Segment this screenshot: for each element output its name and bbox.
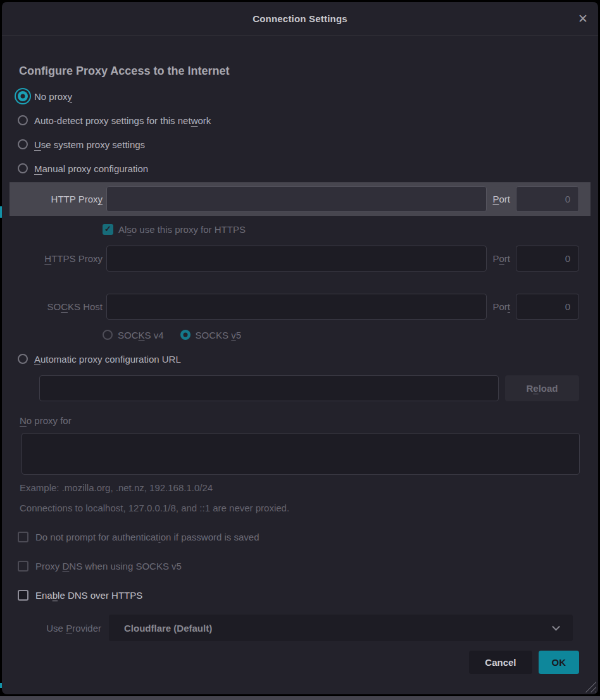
radio-auto-detect[interactable]: Auto-detect proxy settings for this netw… [18,108,579,132]
https-proxy-row: HTTPS Proxy Port [18,246,579,272]
chevron-down-icon [552,623,560,631]
http-proxy-label: HTTP Proxy [18,194,103,204]
no-proxy-note-text: Connections to localhost, 127.0.0.1/8, a… [20,503,579,513]
no-proxy-for-textarea[interactable] [22,433,580,475]
dialog-footer: Cancel OK [18,651,579,674]
socks-version-radiogroup: SOCKS v4 SOCKS v5 [103,328,579,342]
checkbox-icon [18,561,28,572]
dialog-titlebar: Connection Settings ✕ [2,2,598,35]
http-port-label: Port [492,194,510,204]
provider-dropdown[interactable]: Cloudflare (Default) [109,615,573,641]
provider-dropdown-value: Cloudflare (Default) [124,623,212,634]
https-proxy-label: HTTPS Proxy [18,253,103,264]
doh-provider-row: Use Provider Cloudflare (Default) [18,615,579,641]
radio-icon-socks-v4[interactable] [103,330,113,340]
socks-v4-label[interactable]: SOCKS v4 [118,330,164,341]
radio-label: Manual proxy configuration [34,163,148,174]
radio-selected-icon-socks-v5[interactable] [180,330,191,340]
resize-grip-icon[interactable] [584,680,596,692]
radio-icon [18,115,28,125]
radio-icon [18,139,28,149]
radio-label: Automatic proxy configuration URL [34,354,181,365]
checkbox-proxy-dns-socks5[interactable]: Proxy DNS when using SOCKS v5 [18,559,579,572]
socks-v5-label[interactable]: SOCKS v5 [196,330,242,341]
use-provider-label: Use Provider [18,623,101,634]
socks-host-row: SOCKS Host Port [18,294,579,320]
no-proxy-example-text: Example: .mozilla.org, .net.nz, 192.168.… [20,482,579,493]
also-https-checkbox-row[interactable]: ✓ Also use this proxy for HTTPS [103,222,579,236]
page-bottom-strip [0,696,600,700]
https-port-input[interactable] [516,246,579,272]
radio-automatic-url[interactable]: Automatic proxy configuration URL [18,347,579,371]
radio-label: Auto-detect proxy settings for this netw… [34,115,211,126]
close-icon[interactable]: ✕ [578,13,588,25]
checkbox-label: Do not prompt for authentication if pass… [35,532,259,542]
http-proxy-row-highlighted: HTTP Proxy Port [9,182,591,216]
socks-port-label: Port [492,301,510,312]
checkbox-enable-doh[interactable]: Enable DNS over HTTPS [18,589,579,601]
radio-no-proxy[interactable]: No proxy [18,84,579,108]
http-port-input[interactable] [516,186,579,212]
no-proxy-for-label: No proxy for [20,415,579,426]
dialog-content: Configure Proxy Access to the Internet N… [2,65,598,674]
checkbox-label: Also use this proxy for HTTPS [118,224,246,235]
radio-label: No proxy [34,91,72,102]
radio-label: Use system proxy settings [34,139,145,150]
dialog-title: Connection Settings [253,13,347,24]
checkbox-icon [18,590,28,601]
checkbox-label: Proxy DNS when using SOCKS v5 [35,561,182,572]
radio-use-system[interactable]: Use system proxy settings [18,132,579,156]
radio-icon [18,163,28,173]
socks-host-label: SOCKS Host [18,301,103,312]
checkbox-label: Enable DNS over HTTPS [35,590,142,601]
ok-button[interactable]: OK [539,651,580,674]
cancel-button[interactable]: Cancel [469,651,532,674]
radio-selected-icon [18,91,28,101]
radio-icon [18,354,28,364]
connection-settings-dialog: Connection Settings ✕ Configure Proxy Ac… [2,2,598,694]
checkbox-icon [18,532,28,542]
proxy-mode-radiogroup: No proxy Auto-detect proxy settings for … [18,84,579,180]
socks-port-input[interactable] [516,294,579,320]
page-title: Configure Proxy Access to the Internet [19,65,579,78]
https-port-label: Port [492,253,510,264]
check-icon: ✓ [104,225,111,233]
socks-host-input[interactable] [106,294,487,320]
https-proxy-input[interactable] [106,246,487,272]
checkbox-checked-icon: ✓ [103,224,113,235]
automatic-url-input[interactable] [39,375,499,401]
automatic-url-row: Reload [39,375,579,401]
checkbox-no-prompt-auth[interactable]: Do not prompt for authentication if pass… [18,530,579,543]
reload-button[interactable]: Reload [505,375,579,401]
http-proxy-input[interactable] [106,186,487,212]
radio-manual-config[interactable]: Manual proxy configuration [18,156,579,180]
